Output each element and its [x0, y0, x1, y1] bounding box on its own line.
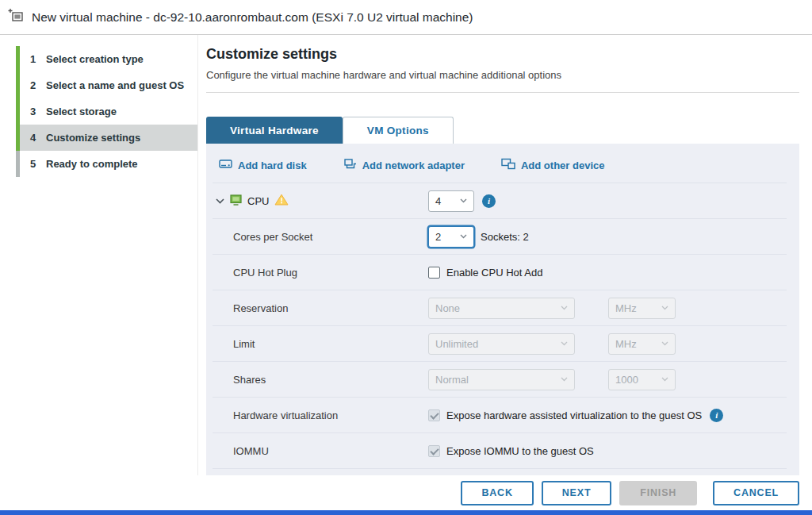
chevron-down-icon [561, 306, 568, 310]
expose-hw-virtualization-checkbox [428, 409, 440, 421]
new-vm-wizard-window: New virtual machine - dc-92-10.aaronromb… [0, 0, 812, 515]
expose-iommu-label: Expose IOMMU to the guest OS [446, 445, 594, 457]
wizard-steps-sidebar: 1 Select creation type 2 Select a name a… [0, 35, 198, 475]
window-title: New virtual machine - dc-92-10.aaronromb… [32, 10, 473, 25]
chevron-down-icon [561, 341, 568, 346]
chevron-down-icon [661, 341, 668, 346]
cpu-hot-plug-label: CPU Hot Plug [213, 267, 428, 279]
step-progress-bar [16, 151, 20, 177]
cpu-label: CPU [247, 195, 269, 207]
reservation-value-select: None [428, 298, 575, 319]
bottom-accent-bar [0, 510, 812, 515]
add-hard-disk-button[interactable]: Add hard disk [219, 158, 307, 172]
cores-per-socket-select[interactable]: 2 [428, 226, 474, 248]
cpu-info-icon[interactable]: i [482, 194, 496, 208]
virtual-hardware-panel: Add hard disk Add network adapter [206, 144, 799, 475]
reservation-unit-select: MHz [608, 298, 676, 319]
chevron-down-icon [460, 198, 467, 203]
tab-virtual-hardware[interactable]: Virtual Hardware [206, 117, 343, 144]
tab-vm-options[interactable]: VM Options [343, 117, 454, 144]
new-vm-icon [8, 8, 24, 27]
main-content: Customize settings Configure the virtual… [198, 35, 812, 475]
step-progress-bar [16, 46, 20, 72]
device-toolbar: Add hard disk Add network adapter [213, 153, 787, 183]
step-label: Select a name and guest OS [46, 79, 184, 91]
cpu-device-icon [230, 194, 242, 208]
step-customize-settings[interactable]: 4 Customize settings [0, 125, 197, 151]
chevron-down-icon [661, 377, 668, 382]
hardware-virtualization-label: Hardware virtualization [213, 409, 428, 421]
step-label: Select storage [46, 106, 117, 117]
iommu-label: IOMMU [213, 445, 428, 457]
cores-per-socket-row: Cores per Socket 2 Sockets: 2 [213, 219, 787, 255]
chevron-down-icon [460, 234, 467, 239]
settings-tabs: Virtual Hardware VM Options [206, 117, 799, 144]
cpu-row: CPU 4 [213, 183, 787, 219]
hw-virtualization-info-icon[interactable]: i [710, 409, 723, 422]
step-progress-bar [16, 98, 20, 125]
expose-hw-virtualization-label: Expose hardware assisted virtualization … [446, 409, 702, 421]
step-select-storage[interactable]: 3 Select storage [0, 98, 197, 125]
reservation-label: Reservation [213, 302, 428, 314]
page-subtitle: Configure the virtual machine hardware a… [206, 69, 799, 93]
shares-row: Shares Normal 1000 [213, 362, 787, 398]
cores-per-socket-label: Cores per Socket [213, 231, 428, 243]
enable-cpu-hot-add-label: Enable CPU Hot Add [446, 267, 542, 279]
step-label: Select creation type [46, 53, 144, 65]
reservation-row: Reservation None MHz [213, 290, 787, 326]
cpu-hot-plug-row: CPU Hot Plug Enable CPU Hot Add [213, 255, 787, 290]
cancel-button[interactable]: CANCEL [713, 481, 799, 505]
warning-icon [274, 194, 289, 208]
step-label: Ready to complete [46, 158, 138, 170]
network-adapter-icon [343, 158, 357, 172]
iommu-row: IOMMU Expose IOMMU to the guest OS [213, 433, 787, 469]
next-button[interactable]: NEXT [542, 481, 612, 505]
add-network-adapter-button[interactable]: Add network adapter [343, 158, 465, 172]
limit-unit-select: MHz [608, 333, 676, 355]
performance-counters-row: Performance counters Enable virtualized … [213, 469, 787, 475]
finish-button: FINISH [619, 481, 697, 505]
wizard-footer: BACK NEXT FINISH CANCEL [0, 475, 812, 510]
limit-label: Limit [213, 338, 428, 350]
shares-value-select: Normal [428, 369, 575, 390]
page-title: Customize settings [206, 46, 799, 63]
limit-row: Limit Unlimited MHz [213, 326, 787, 362]
step-ready-to-complete[interactable]: 5 Ready to complete [0, 151, 197, 177]
add-other-device-button[interactable]: Add other device [501, 158, 604, 172]
hard-disk-icon [219, 158, 232, 172]
cpu-expander-chevron-down-icon[interactable] [216, 198, 224, 204]
cpu-count-select[interactable]: 4 [428, 190, 474, 212]
chevron-down-icon [661, 306, 668, 310]
expose-iommu-checkbox [428, 445, 440, 457]
chevron-down-icon [561, 377, 568, 382]
other-device-icon [501, 158, 515, 172]
titlebar: New virtual machine - dc-92-10.aaronromb… [0, 0, 812, 35]
back-button[interactable]: BACK [461, 481, 533, 505]
sockets-count-text: Sockets: 2 [481, 231, 529, 243]
step-select-creation-type[interactable]: 1 Select creation type [0, 46, 197, 72]
step-label: Customize settings [46, 132, 140, 144]
shares-amount-select: 1000 [608, 369, 676, 390]
step-select-name-guest-os[interactable]: 2 Select a name and guest OS [0, 72, 197, 98]
shares-label: Shares [213, 374, 428, 386]
hardware-virtualization-row: Hardware virtualization Expose hardware … [213, 398, 787, 433]
enable-cpu-hot-add-checkbox[interactable] [428, 267, 440, 279]
step-progress-bar [16, 72, 20, 98]
step-progress-bar [16, 125, 20, 151]
limit-value-select: Unlimited [428, 333, 575, 355]
